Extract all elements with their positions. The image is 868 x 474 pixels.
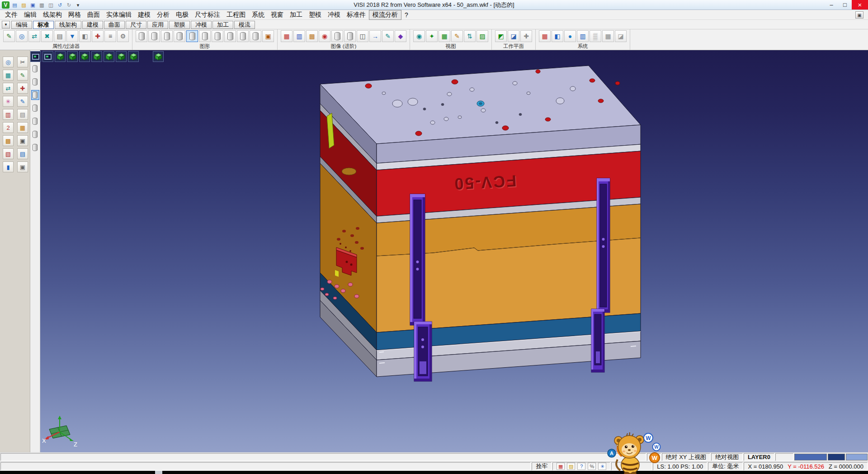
view-back-icon[interactable] [116,51,127,62]
zoom-sparkle-icon[interactable]: ✦ [426,30,438,42]
cylin-cube-alt-icon[interactable] [250,30,261,42]
hidden-line-view-icon[interactable] [148,30,160,42]
qat-dropdown-arrow-icon[interactable]: ▾ [74,1,82,9]
sketch-icon[interactable]: ✎ [17,70,28,81]
clamp-left-upper[interactable] [410,194,425,325]
feature-slot-4-icon[interactable] [31,103,39,113]
material-box-icon[interactable]: ▣ [262,30,274,42]
menu-item-5[interactable]: 曲面 [84,10,103,19]
view-left-icon[interactable] [104,51,114,62]
transparent-view-icon[interactable] [199,30,211,42]
feature-slot-7-icon[interactable] [31,142,39,152]
menu-item-19[interactable]: ? [401,11,411,19]
menu-item-1[interactable]: 文件 [2,10,21,19]
new-file-icon[interactable]: ▤ [11,1,19,9]
globe-icon[interactable]: ● [564,30,576,42]
red-hatch-icon[interactable]: ▧ [3,148,14,159]
print-icon[interactable]: ▥ [38,1,46,9]
tab-9[interactable]: 冲模 [191,21,212,29]
workplane-axis-icon[interactable]: ◪ [508,30,519,42]
texture-multi-icon[interactable]: ▩ [306,30,318,42]
cylinder-blue-icon[interactable] [331,30,343,42]
rendered-view-icon[interactable] [174,30,185,42]
tab-3[interactable]: 线架构 [55,21,81,29]
annotate-image-icon[interactable]: ✎ [382,30,394,42]
element-box-icon[interactable]: ◧ [79,30,91,42]
percent-icon[interactable]: % [588,463,596,470]
snap-grid-icon[interactable]: ▦ [557,463,565,470]
viewport-monitor-icon[interactable] [42,51,53,62]
double-cylinder-icon[interactable] [224,30,236,42]
maximize-button[interactable]: □ [838,0,852,9]
viewport-layout-icon[interactable] [30,51,41,62]
list-filter-icon[interactable]: ≡ [104,30,116,42]
save-tool-icon[interactable]: ▣ [17,161,28,172]
menu-item-14[interactable]: 加工 [287,10,306,19]
panel-icon[interactable]: ▣ [17,135,28,146]
add-point-icon[interactable]: ✚ [17,83,28,94]
filter-icon[interactable]: ▼ [66,30,78,42]
blue-notes-icon[interactable]: ▤ [17,148,28,159]
swap-filter-icon[interactable]: ⇄ [28,30,40,42]
section-view-icon[interactable] [212,30,223,42]
layer-swatch-2[interactable] [828,454,845,460]
monitor-settings-icon[interactable]: ◧ [552,30,563,42]
tab-5[interactable]: 曲面 [104,21,125,29]
star-tool-icon[interactable]: ✳ [3,96,14,107]
zoom-select-icon[interactable]: ◎ [3,57,14,67]
page-slant-icon[interactable]: ◪ [615,30,627,42]
refresh-icon[interactable]: ✳ [598,463,606,470]
orange-grid-icon[interactable]: ▦ [17,122,28,133]
swap-tool-icon[interactable]: ⇄ [3,83,14,94]
menu-item-18[interactable]: 模流分析 [369,10,401,20]
highlight-analysis-icon[interactable]: ◉ [319,30,330,42]
menu-item-6[interactable]: 实体编辑 [103,10,135,19]
matrix-icon[interactable]: ▦ [602,30,614,42]
color-palette-icon[interactable]: ▦ [539,30,551,42]
feature-slot-2-icon[interactable] [31,77,39,87]
shaded-view-icon[interactable] [161,30,173,42]
two-tool-icon[interactable]: 2 [3,122,14,133]
clamp-right-lower[interactable] [591,309,604,372]
edit-blue-icon[interactable]: ✎ [17,96,28,107]
hatch-view-icon[interactable]: ▨ [476,30,488,42]
hatch-tool-icon[interactable]: ▩ [3,135,14,146]
view-iso-icon[interactable] [55,51,66,62]
grid-edit-icon[interactable]: ▦ [3,70,14,81]
gem-render-icon[interactable]: ◆ [395,30,406,42]
close-button[interactable]: × [852,0,868,9]
tab-11[interactable]: 模流 [234,21,255,29]
tab-6[interactable]: 尺寸 [126,21,146,29]
menu-item-16[interactable]: 冲模 [325,10,344,19]
open-file-icon[interactable]: ▨ [20,1,28,9]
clamp-right-upper[interactable] [597,178,610,313]
feature-slot-1-icon[interactable] [31,64,39,74]
child-restore-icon[interactable]: ▣ [855,11,863,19]
view-dynamic-icon[interactable] [153,51,164,62]
edit-view-icon[interactable]: ✎ [451,30,463,42]
tab-dropdown-icon[interactable]: ▼ [2,21,10,28]
menu-item-7[interactable]: 建模 [135,10,154,19]
menu-item-9[interactable]: 电极 [173,10,192,19]
menu-item-8[interactable]: 分析 [154,10,173,19]
layer-stack-icon[interactable]: ▤ [54,30,66,42]
chart-icon[interactable]: ▮ [3,161,14,172]
lock-toggle[interactable]: 拴牢 [532,462,552,470]
texture-red-icon[interactable]: ▦ [281,30,292,42]
tab-8[interactable]: 塑膜 [169,21,190,29]
minimize-button[interactable]: – [825,0,838,9]
view-right-icon[interactable] [91,51,102,62]
swap-view-icon[interactable]: ⇅ [464,30,476,42]
add-filter-icon[interactable]: ✚ [92,30,104,42]
layer-swatch-1[interactable] [794,454,827,460]
view-front-icon[interactable] [79,51,90,62]
help-icon[interactable]: ? [577,463,585,470]
menu-item-3[interactable]: 线架构 [40,10,65,19]
table-icon[interactable]: ▥ [577,30,589,42]
clamp-left-lower[interactable] [414,322,432,381]
tab-1[interactable]: 编辑 [11,21,32,29]
feature-slot-6-icon[interactable] [31,129,39,139]
red-book-icon[interactable]: ▥ [3,109,14,120]
wireframe-view-icon[interactable] [136,30,147,42]
edit-properties-icon[interactable]: ✎ [3,30,15,42]
